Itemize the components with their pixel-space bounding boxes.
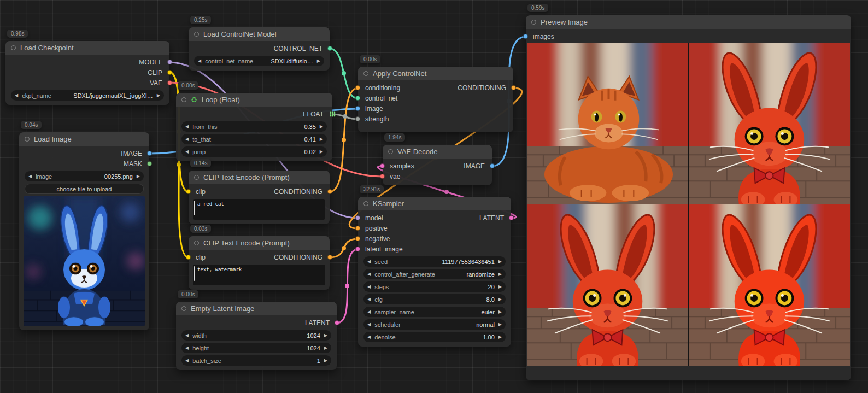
vae-input-slot[interactable] [380,174,385,179]
next-value-icon[interactable]: ▶ [498,309,502,314]
collapse-dot-icon[interactable] [194,175,199,180]
node-clip-encode-header[interactable]: CLIP Text Encode (Prompt) [189,171,330,184]
control-after-generate-widget[interactable]: ◀ control_after_generate randomize ▶ [363,269,506,279]
image-filename-widget[interactable]: ◀ image 00255.png ▶ [25,171,144,181]
decrease-icon[interactable]: ◀ [185,124,189,129]
collapse-dot-icon[interactable] [25,137,30,142]
prev-value-icon[interactable]: ◀ [367,322,371,327]
node-vae-decode-header[interactable]: VAE Decode [383,145,492,159]
node-load-image[interactable]: Load Image IMAGE MASK ◀ image 00255.png … [19,132,149,330]
increase-icon[interactable]: ▶ [498,284,502,289]
ckpt-name-widget[interactable]: ◀ ckpt_name SDXL/juggernautXL_juggXI… ▶ [11,90,164,101]
node-clip-text-encode-negative[interactable]: CLIP Text Encode (Prompt) clip CONDITION… [189,236,330,290]
denoise-widget[interactable]: ◀ denoise 1.00 ▶ [363,332,506,342]
latent-image-input-slot[interactable] [355,247,360,251]
controlnet-name-widget[interactable]: ◀ control_net_name SDXL/diffusio… ▶ [194,56,324,66]
negative-input-slot[interactable] [355,236,360,241]
vae-output-slot[interactable] [167,80,172,85]
mask-output-slot[interactable] [147,161,152,166]
clip-output-slot[interactable] [167,70,172,75]
images-input-slot[interactable] [523,34,528,39]
node-load-checkpoint[interactable]: Load Checkpoint MODEL CLIP VAE ◀ ckpt_na… [5,41,169,105]
conditioning-output-slot[interactable] [327,189,332,194]
jump-widget[interactable]: ◀ jump 0.02 ▶ [181,146,327,157]
decrease-icon[interactable]: ◀ [367,297,371,302]
node-preview-image[interactable]: Preview Image images [526,15,851,380]
node-load-controlnet-model[interactable]: Load ControlNet Model CONTROL_NET ◀ cont… [189,27,330,71]
generated-cat-image-3[interactable] [527,204,688,366]
increase-icon[interactable]: ▶ [320,149,323,154]
collapse-dot-icon[interactable] [181,97,186,102]
collapse-dot-icon[interactable] [194,32,199,37]
next-value-icon[interactable]: ▶ [137,174,140,179]
collapse-dot-icon[interactable] [181,306,186,311]
node-preview-image-header[interactable]: Preview Image [526,15,851,29]
to-that-widget[interactable]: ◀ to_that 0.41 ▶ [181,134,327,144]
prev-value-icon[interactable]: ◀ [367,309,371,314]
image-output-slot[interactable] [490,163,495,168]
negative-prompt-textarea[interactable]: text, watermark [193,265,325,285]
collapse-dot-icon[interactable] [363,201,368,206]
image-input-slot[interactable] [355,106,360,111]
height-widget[interactable]: ◀ height 1024 ▶ [181,343,331,353]
increase-icon[interactable]: ▶ [324,345,327,350]
steps-widget[interactable]: ◀ steps 20 ▶ [363,281,506,292]
float-list-grid-icon[interactable] [330,111,336,117]
next-value-icon[interactable]: ▶ [498,322,502,327]
node-empty-latent-header[interactable]: Empty Latent Image [176,302,337,315]
increase-icon[interactable]: ▶ [324,358,327,363]
node-ksampler-header[interactable]: KSampler [358,197,511,210]
node-empty-latent-image[interactable]: Empty Latent Image LATENT ◀ width 1024 ▶… [176,302,337,370]
decrease-icon[interactable]: ◀ [185,149,189,154]
increase-icon[interactable]: ▶ [320,137,323,142]
positive-input-slot[interactable] [355,226,360,231]
generated-cat-image-4[interactable] [689,204,850,366]
positive-prompt-textarea[interactable]: a red cat [193,199,325,220]
node-vae-decode[interactable]: VAE Decode samples IMAGE vae [383,145,492,185]
next-value-icon[interactable]: ▶ [317,58,320,63]
batch-size-widget[interactable]: ◀ batch_size 1 ▶ [181,355,331,366]
increase-icon[interactable]: ▶ [320,124,323,129]
increase-icon[interactable]: ▶ [498,297,502,302]
cfg-widget[interactable]: ◀ cfg 8.0 ▶ [363,294,506,304]
controlnet-output-slot[interactable] [327,46,332,51]
conditioning-output-slot[interactable] [511,85,516,90]
from-this-widget[interactable]: ◀ from_this 0.35 ▶ [181,121,327,132]
increase-icon[interactable]: ▶ [324,333,327,338]
conditioning-output-slot[interactable] [327,255,332,260]
decrease-icon[interactable]: ◀ [185,358,189,363]
node-apply-controlnet-header[interactable]: Apply ControlNet [358,67,513,80]
node-load-checkpoint-header[interactable]: Load Checkpoint [5,41,169,55]
node-load-controlnet-header[interactable]: Load ControlNet Model [189,27,330,41]
clip-input-slot[interactable] [186,189,191,194]
next-value-icon[interactable]: ▶ [498,272,502,277]
generated-cat-image-1[interactable] [527,43,688,204]
latent-output-slot[interactable] [335,320,339,325]
increase-icon[interactable]: ▶ [498,335,502,339]
node-loop-float-header[interactable]: ♻ Loop (Float) [176,93,332,107]
node-graph-canvas[interactable]: 0.98s 0.04s 0.25s 0.00s 0.14s 0.03s 0.00… [0,0,868,393]
prev-value-icon[interactable]: ◀ [28,174,32,179]
model-input-slot[interactable] [355,215,360,220]
decrease-icon[interactable]: ◀ [185,333,189,338]
decrease-icon[interactable]: ◀ [367,335,371,339]
collapse-dot-icon[interactable] [363,71,368,76]
decrease-icon[interactable]: ◀ [185,137,189,142]
increase-icon[interactable]: ▶ [498,259,502,264]
prev-value-icon[interactable]: ◀ [15,93,18,98]
node-clip-text-encode-positive[interactable]: CLIP Text Encode (Prompt) clip CONDITION… [189,171,330,224]
collapse-dot-icon[interactable] [194,241,199,245]
strength-input-slot[interactable] [355,116,360,121]
seed-widget[interactable]: ◀ seed 1119775536436451 ▶ [363,256,506,267]
collapse-dot-icon[interactable] [531,20,536,25]
generated-cat-image-2[interactable] [689,43,850,204]
collapse-dot-icon[interactable] [11,45,16,50]
decrease-icon[interactable]: ◀ [367,284,371,289]
decrease-icon[interactable]: ◀ [367,259,371,264]
prev-value-icon[interactable]: ◀ [198,58,201,63]
collapse-dot-icon[interactable] [388,149,393,154]
conditioning-input-slot[interactable] [355,85,360,90]
sampler-name-widget[interactable]: ◀ sampler_name euler ▶ [363,307,506,317]
model-output-slot[interactable] [167,60,172,64]
controlnet-input-slot[interactable] [355,96,360,101]
